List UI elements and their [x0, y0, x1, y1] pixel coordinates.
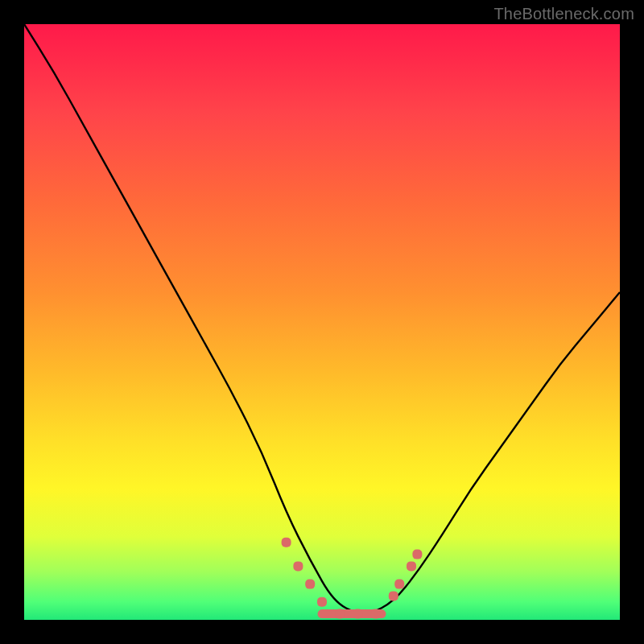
watermark-label: TheBottleneck.com [493, 5, 634, 23]
trough-markers [282, 538, 423, 619]
curve-path [24, 24, 620, 614]
trough-marker [389, 591, 398, 601]
trough-marker [335, 609, 345, 619]
chart-svg [24, 24, 620, 620]
trough-marker [353, 609, 362, 619]
trough-marker [293, 561, 303, 571]
trough-marker [317, 597, 327, 607]
trough-marker [282, 538, 291, 547]
chart-frame: TheBottleneck.com [0, 0, 644, 644]
trough-marker [412, 550, 422, 559]
plot-area [24, 24, 620, 620]
trough-marker [371, 609, 381, 619]
trough-marker [394, 580, 404, 589]
trough-marker [305, 580, 315, 589]
trough-marker [407, 561, 416, 571]
bottleneck-curve [24, 24, 620, 614]
